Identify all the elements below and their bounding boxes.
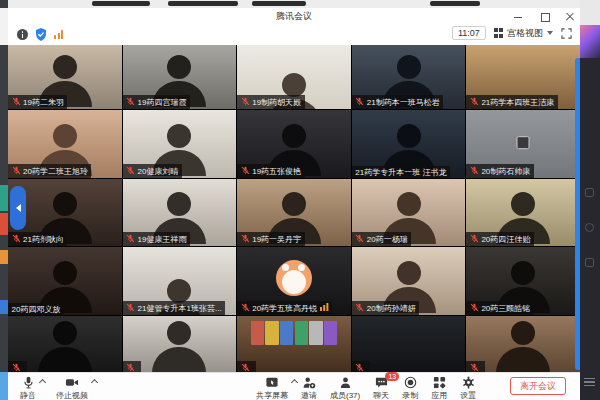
video-tile[interactable] [237, 316, 351, 375]
mic-muted-icon [241, 97, 250, 108]
participant-name: 20制药孙靖妍 [367, 304, 416, 313]
invite-label: 邀请 [301, 390, 317, 400]
chevron-up-icon[interactable] [91, 379, 98, 386]
info-icon[interactable] [17, 29, 28, 40]
video-tile[interactable]: 19药一吴丹宇 [237, 179, 351, 246]
video-tile[interactable]: 21药学专升本一班 汪书龙 [352, 110, 466, 178]
camera-icon [65, 375, 79, 389]
participant-name-bar: 20制药孙靖妍 [352, 301, 419, 315]
background-window-fragment [430, 1, 480, 6]
chat-button[interactable]: 聊天13 [373, 375, 389, 400]
mic-muted-icon [241, 303, 250, 314]
participant-name-bar: 19药五张俊艳 [237, 164, 304, 178]
apps-icon [433, 375, 446, 389]
participant-name: 19健康王祥雨 [138, 235, 187, 244]
close-icon[interactable] [564, 10, 576, 22]
mic-muted-icon [241, 166, 250, 177]
chevron-up-icon[interactable] [39, 379, 46, 386]
fullscreen-icon[interactable] [561, 28, 572, 39]
video-tile[interactable] [123, 316, 237, 375]
audio-level-icon [320, 303, 329, 313]
video-tile[interactable]: 21健管专升本1班张芸... [123, 247, 237, 315]
participant-name: 20药三顾皓铭 [481, 304, 530, 313]
chevron-up-icon[interactable] [291, 379, 298, 386]
participant-name: 20健康刘晴 [138, 167, 179, 176]
mic-muted-icon [355, 97, 364, 108]
participant-name: 19制药胡天殿 [252, 98, 301, 107]
video-tile[interactable]: 19健康王祥雨 [123, 179, 237, 246]
video-tile[interactable]: 20制药孙靖妍 [352, 247, 466, 315]
video-tile[interactable]: 20药一杨瑞 [352, 179, 466, 246]
participant-name-bar: 20制药石帅康 [466, 164, 533, 178]
mic-muted-icon [355, 234, 364, 245]
desktop-left-fragment [0, 372, 8, 400]
participant-name-bar: 21药学专升本一班 汪书龙 [352, 166, 450, 178]
video-tile[interactable] [352, 316, 466, 375]
desktop-top-edge [0, 0, 600, 8]
participant-name-bar: 19药二朱羽 [8, 95, 67, 109]
stop-video-button[interactable]: 停止视频 [56, 375, 88, 400]
security-shield-icon[interactable] [35, 28, 47, 41]
maximize-icon[interactable] [538, 10, 550, 22]
minimize-icon[interactable] [512, 10, 524, 22]
background-window-fragment [92, 1, 150, 6]
record-button[interactable]: 录制 [402, 375, 418, 400]
mic-muted-icon [470, 97, 479, 108]
mic-icon [22, 375, 35, 389]
video-tile[interactable]: 19药二朱羽 [8, 45, 122, 109]
video-tile[interactable] [466, 316, 580, 375]
participant-name: 20药学二班王旭玲 [23, 167, 88, 176]
background-window-fragment [252, 1, 306, 6]
participant-name: 19药四宫瑞霞 [138, 98, 187, 107]
members-label: 成员(37) [330, 390, 360, 400]
bottom-toolbar: 静音停止视频 共享屏幕邀请成员(37)聊天13录制应用设置 离开会议 [8, 372, 580, 400]
video-tile[interactable]: 20健康刘晴 [123, 110, 237, 178]
participant-name: 20药一杨瑞 [367, 235, 408, 244]
video-tile[interactable]: 21药学本四班王洁康 [466, 45, 580, 109]
view-mode-selector[interactable]: 宫格视图 [494, 27, 553, 40]
participant-name: 20药学五班高丹锐 [252, 304, 317, 313]
record-label: 录制 [402, 390, 418, 400]
network-signal-icon[interactable] [54, 30, 63, 39]
wallpaper-sliver [580, 25, 600, 58]
members-button[interactable]: 成员(37) [330, 375, 360, 400]
status-bar: 11:07 宫格视图 [8, 24, 580, 45]
invite-button[interactable]: 邀请 [301, 375, 317, 400]
participant-name-bar: 21制药本一班马松岩 [352, 95, 443, 109]
settings-button[interactable]: 设置 [460, 375, 476, 400]
background-icon [585, 223, 594, 232]
participant-name: 21药剂耿向 [23, 235, 64, 244]
share-screen-button[interactable]: 共享屏幕 [256, 375, 288, 400]
next-page-arrow[interactable] [575, 58, 580, 370]
hamburger-icon [584, 378, 595, 386]
participant-name-bar: 19健康王祥雨 [123, 232, 190, 246]
video-tile[interactable]: 19药四宫瑞霞 [123, 45, 237, 109]
participant-name: 20药四汪佳贻 [481, 235, 530, 244]
settings-label: 设置 [460, 390, 476, 400]
video-tile[interactable]: 20药四邓义放 [8, 247, 122, 315]
participant-silhouette [35, 261, 95, 307]
video-tile[interactable]: 20药三顾皓铭 [466, 247, 580, 315]
leave-meeting-button[interactable]: 离开会议 [510, 377, 566, 395]
meeting-window: 腾讯会议 11:07 宫格视图 19药二朱羽19药四宫瑞霞19制药胡天殿21制药… [8, 8, 580, 400]
mic-muted-icon [12, 97, 21, 108]
apps-button[interactable]: 应用 [431, 375, 447, 400]
video-tile[interactable]: 19药五张俊艳 [237, 110, 351, 178]
participant-name-bar: 20药三顾皓铭 [466, 301, 533, 315]
mute-button[interactable]: 静音 [20, 375, 36, 400]
video-tile[interactable]: 21制药本一班马松岩 [352, 45, 466, 109]
bookshelf-background [251, 321, 337, 346]
video-tile[interactable]: 20药四汪佳贻 [466, 179, 580, 246]
video-tile[interactable]: 20药学五班高丹锐 [237, 247, 351, 315]
apps-label: 应用 [431, 390, 447, 400]
video-tile[interactable]: 20药学二班王旭玲 [8, 110, 122, 178]
background-icon [585, 188, 594, 197]
toolbar-left-group: 静音停止视频 [20, 375, 88, 400]
screen-icon [265, 375, 279, 389]
video-tile[interactable]: 19制药胡天殿 [237, 45, 351, 109]
video-tile[interactable]: 20制药石帅康 [466, 110, 580, 178]
prev-page-arrow[interactable] [10, 186, 26, 230]
desktop-left-fragment [0, 250, 8, 264]
video-tile[interactable] [8, 316, 122, 375]
window-title: 腾讯会议 [8, 10, 580, 23]
